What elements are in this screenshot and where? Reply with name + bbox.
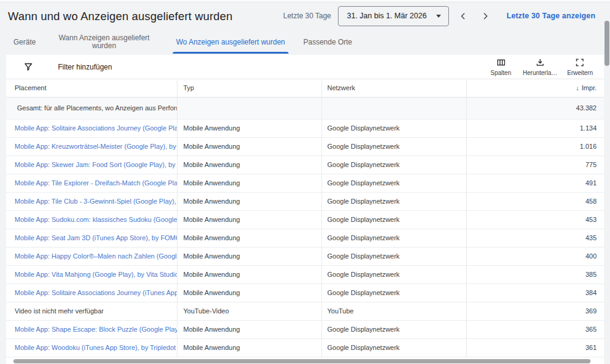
netzwerk-cell: Google Displaynetzwerk xyxy=(321,338,466,357)
typ-cell: YouTube-Video xyxy=(177,302,321,320)
expand-button[interactable]: Erweitern xyxy=(562,56,598,77)
total-impressions: 43.382 xyxy=(466,97,604,119)
impressions-cell: 400 xyxy=(466,247,604,265)
netzwerk-cell: Google Displaynetzwerk xyxy=(321,192,466,210)
filter-icon xyxy=(23,62,34,72)
tab-wann-anzeigen[interactable]: Wann Anzeigen ausgeliefert wurden xyxy=(58,30,151,54)
table-row: Mobile App: Woodoku (iTunes App Store), … xyxy=(6,338,604,357)
impressions-cell: 1.016 xyxy=(466,137,604,155)
table-toolbar: Filter hinzufügen Spalten Herunterla… Er… xyxy=(6,55,604,79)
table-row: Mobile App: Skewer Jam: Food Sort (Googl… xyxy=(6,155,604,174)
chevron-right-icon xyxy=(481,12,490,21)
next-period-button[interactable] xyxy=(476,7,494,25)
columns-label: Spalten xyxy=(490,70,511,76)
placement-link[interactable]: Mobile App: Skewer Jam: Food Sort (Googl… xyxy=(6,155,177,174)
impressions-cell: 1.134 xyxy=(466,119,604,137)
column-header-typ[interactable]: Typ xyxy=(177,79,321,97)
typ-cell: Mobile Anwendung xyxy=(177,247,321,265)
typ-cell: Mobile Anwendung xyxy=(177,155,321,174)
netzwerk-cell: Google Displaynetzwerk xyxy=(321,210,466,229)
impressions-cell: 435 xyxy=(466,229,604,247)
impressions-cell: 365 xyxy=(466,320,604,338)
tab-geraete[interactable]: Geräte xyxy=(13,30,36,54)
sort-descending-icon: ↓ xyxy=(576,84,580,91)
table-row: Mobile App: Happy Color®–Malen nach Zahl… xyxy=(6,247,604,265)
date-controls: Letzte 30 Tage 31. Jan bis 1. Mär 2026 L… xyxy=(283,5,595,26)
table-row: Mobile App: Seat Jam 3D (iTunes App Stor… xyxy=(6,229,604,247)
netzwerk-cell: Google Displaynetzwerk xyxy=(321,247,466,265)
table-header-row: Placement Typ Netzwerk ↓Impr. xyxy=(6,79,604,97)
previous-period-button[interactable] xyxy=(454,7,472,25)
table-row: Mobile App: Solitaire Associations Journ… xyxy=(6,284,604,302)
placement-link[interactable]: Mobile App: Tile Explorer - Dreifach-Mat… xyxy=(6,174,177,192)
placement-link[interactable]: Mobile App: Sudoku.com: klassisches Sudo… xyxy=(6,210,177,229)
netzwerk-cell: Google Displaynetzwerk xyxy=(321,174,466,192)
placement-unavailable-label: Video ist nicht mehr verfügbar xyxy=(6,302,177,320)
placement-link[interactable]: Mobile App: Woodoku (iTunes App Store), … xyxy=(6,338,177,357)
impressions-cell: 384 xyxy=(466,284,604,302)
tab-wo-anzeigen[interactable]: Wo Anzeigen ausgeliefert wurden xyxy=(173,30,289,54)
netzwerk-cell: Google Displaynetzwerk xyxy=(321,155,466,174)
netzwerk-cell: Google Displaynetzwerk xyxy=(321,229,466,247)
impressions-cell: 491 xyxy=(466,174,604,192)
page-title: Wann und wo Anzeigen ausgeliefert wurden xyxy=(8,10,232,23)
placement-link[interactable]: Mobile App: Shape Escape: Block Puzzle (… xyxy=(6,320,177,338)
date-preset-label: Letzte 30 Tage xyxy=(283,12,331,20)
tab-passende-orte[interactable]: Passende Orte xyxy=(303,30,352,54)
date-range-selector[interactable]: 31. Jan bis 1. Mär 2026 xyxy=(338,6,450,26)
impressions-cell: 385 xyxy=(466,265,604,284)
placement-link[interactable]: Mobile App: Vita Mahjong (Google Play), … xyxy=(6,265,177,284)
column-header-placement[interactable]: Placement xyxy=(6,79,177,97)
column-header-netzwerk[interactable]: Netzwerk xyxy=(321,79,466,97)
typ-cell: Mobile Anwendung xyxy=(177,192,321,210)
netzwerk-cell: Google Displaynetzwerk xyxy=(321,284,466,302)
table-row: Mobile App: Vita Mahjong (Google Play), … xyxy=(6,265,604,284)
netzwerk-cell: Google Displaynetzwerk xyxy=(321,265,466,284)
vertical-scrollbar-thumb[interactable] xyxy=(605,21,609,66)
horizontal-scrollbar-thumb[interactable] xyxy=(13,359,590,363)
total-label: Gesamt: für alle Placements, wo Anzeigen… xyxy=(6,97,177,119)
netzwerk-cell: YouTube xyxy=(321,302,466,320)
table-row: Mobile App: Sudoku.com: klassisches Sudo… xyxy=(6,210,604,229)
report-tabs: Geräte Wann Anzeigen ausgeliefert wurden… xyxy=(7,30,352,54)
table-row: Mobile App: Solitaire Associations Journ… xyxy=(6,119,604,137)
table-row: Mobile App: Shape Escape: Block Puzzle (… xyxy=(6,320,604,338)
netzwerk-cell: Google Displaynetzwerk xyxy=(321,320,466,338)
placement-link[interactable]: Mobile App: Solitaire Associations Journ… xyxy=(6,119,177,137)
impressions-cell: 361 xyxy=(466,338,604,357)
impressions-cell: 369 xyxy=(466,302,604,320)
chevron-left-icon xyxy=(459,12,468,21)
download-icon xyxy=(535,57,545,68)
placement-link[interactable]: Mobile App: Kreuzworträtsel-Meister (Goo… xyxy=(6,137,177,155)
impressions-cell: 453 xyxy=(466,210,604,229)
netzwerk-cell: Google Displaynetzwerk xyxy=(321,119,466,137)
typ-cell: Mobile Anwendung xyxy=(177,119,321,137)
report-card: Filter hinzufügen Spalten Herunterla… Er… xyxy=(6,55,604,364)
typ-cell: Mobile Anwendung xyxy=(177,284,321,302)
typ-cell: Mobile Anwendung xyxy=(177,210,321,229)
table-total-row: Gesamt: für alle Placements, wo Anzeigen… xyxy=(6,97,604,119)
typ-cell: Mobile Anwendung xyxy=(177,229,321,247)
table-row: Mobile App: Tile Club - 3-Gewinnt-Spiel … xyxy=(6,192,604,210)
download-button[interactable]: Herunterla… xyxy=(518,56,562,77)
placement-link[interactable]: Mobile App: Tile Club - 3-Gewinnt-Spiel … xyxy=(6,192,177,210)
placement-link[interactable]: Mobile App: Seat Jam 3D (iTunes App Stor… xyxy=(6,229,177,247)
impressions-cell: 458 xyxy=(466,192,604,210)
impressions-cell: 775 xyxy=(466,155,604,174)
filter-add-label[interactable]: Filter hinzufügen xyxy=(58,63,112,71)
placement-link[interactable]: Mobile App: Solitaire Associations Journ… xyxy=(6,284,177,302)
typ-cell: Mobile Anwendung xyxy=(177,338,321,357)
typ-cell: Mobile Anwendung xyxy=(177,174,321,192)
typ-cell: Mobile Anwendung xyxy=(177,320,321,338)
horizontal-scrollbar[interactable] xyxy=(12,359,595,364)
placements-table: Placement Typ Netzwerk ↓Impr. Gesamt: fü… xyxy=(6,79,604,357)
column-header-impressions[interactable]: ↓Impr. xyxy=(466,79,604,97)
filter-button[interactable] xyxy=(23,62,34,73)
download-label: Herunterla… xyxy=(523,70,558,76)
table-row: Mobile App: Kreuzworträtsel-Meister (Goo… xyxy=(6,137,604,155)
columns-button[interactable]: Spalten xyxy=(484,56,518,77)
placement-link[interactable]: Mobile App: Happy Color®–Malen nach Zahl… xyxy=(6,247,177,265)
typ-cell: Mobile Anwendung xyxy=(177,265,321,284)
show-last-30-days-link[interactable]: Letzte 30 Tage anzeigen xyxy=(506,12,595,20)
date-range-value: 31. Jan bis 1. Mär 2026 xyxy=(347,12,427,20)
